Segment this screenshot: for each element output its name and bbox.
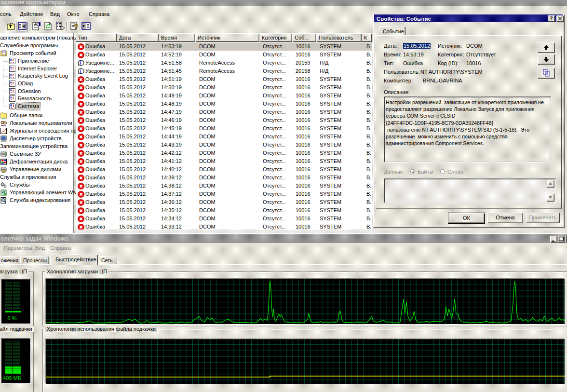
- svg-text:i: i: [80, 68, 81, 74]
- svg-text:i: i: [80, 60, 81, 66]
- svg-text:?: ?: [74, 22, 78, 30]
